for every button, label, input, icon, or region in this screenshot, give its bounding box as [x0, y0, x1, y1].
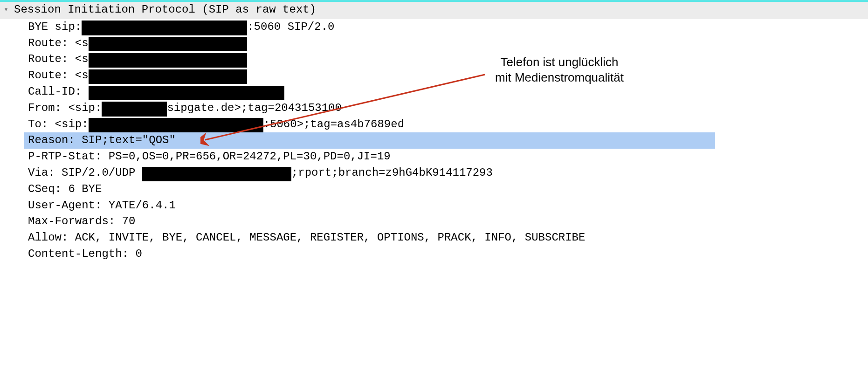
- sip-text-after: :5060 SIP/2.0: [247, 21, 334, 33]
- sip-reason-text: Reason: SIP;text="QOS": [28, 134, 176, 146]
- redacted-block: [142, 167, 291, 181]
- sip-text: User-Agent: YATE/6.4.1: [28, 199, 176, 212]
- sip-text: Content-Length: 0: [28, 248, 142, 260]
- sip-text-before: Via: SIP/2.0/UDP: [28, 166, 142, 179]
- redacted-block: [89, 86, 284, 100]
- annotation-line2: mit Medienstromqualität: [485, 70, 634, 85]
- sip-line-to[interactable]: To: <sip::5060>;tag=as4b7689ed: [28, 117, 868, 133]
- sip-line-bye[interactable]: BYE sip::5060 SIP/2.0: [28, 19, 868, 35]
- sip-text: P-RTP-Stat: PS=0,OS=0,PR=656,OR=24272,PL…: [28, 150, 391, 163]
- redacted-block: [89, 53, 247, 68]
- sip-line-route[interactable]: Route: <s: [28, 68, 868, 84]
- sip-text: Max-Forwards: 70: [28, 215, 135, 227]
- sip-text-before: BYE sip:: [28, 21, 82, 33]
- sip-text: CSeq: 6 BYE: [28, 183, 102, 195]
- sip-text-before: From: <sip:: [28, 102, 102, 114]
- sip-raw-text-body: BYE sip::5060 SIP/2.0 Route: <s Route: <…: [0, 19, 868, 262]
- sip-line-route[interactable]: Route: <s: [28, 51, 868, 68]
- protocol-header-text: Session Initiation Protocol (SIP as raw …: [14, 2, 316, 18]
- sip-line-maxforwards[interactable]: Max-Forwards: 70: [28, 213, 868, 230]
- sip-text-before: Route: <s: [28, 53, 89, 65]
- redacted-block: [82, 21, 247, 35]
- sip-line-useragent[interactable]: User-Agent: YATE/6.4.1: [28, 198, 868, 214]
- sip-text-before: Call-ID:: [28, 85, 89, 98]
- sip-text-before: Route: <s: [28, 69, 89, 82]
- annotation-line1: Telefon ist unglücklich: [501, 55, 619, 69]
- redacted-block: [89, 69, 247, 84]
- annotation-comment: Telefon ist unglücklich mit Medienstromq…: [485, 55, 634, 85]
- sip-line-reason-highlighted[interactable]: Reason: SIP;text="QOS": [24, 132, 715, 149]
- sip-text-before: To: <sip:: [28, 118, 89, 131]
- sip-text-before: Route: <s: [28, 37, 89, 49]
- sip-line-allow[interactable]: Allow: ACK, INVITE, BYE, CANCEL, MESSAGE…: [28, 230, 868, 246]
- sip-line-prtp[interactable]: P-RTP-Stat: PS=0,OS=0,PR=656,OR=24272,PL…: [28, 149, 868, 165]
- sip-text: Allow: ACK, INVITE, BYE, CANCEL, MESSAGE…: [28, 231, 585, 244]
- redacted-block: [89, 118, 263, 132]
- protocol-tree-header[interactable]: ▾ Session Initiation Protocol (SIP as ra…: [0, 2, 868, 19]
- redacted-block: [102, 102, 167, 116]
- sip-text-after: sipgate.de>;tag=2043153100: [167, 102, 341, 114]
- sip-text-after: ;rport;branch=z9hG4bK914117293: [291, 166, 493, 179]
- sip-line-contentlength[interactable]: Content-Length: 0: [28, 246, 868, 262]
- sip-line-from[interactable]: From: <sip:sipgate.de>;tag=2043153100: [28, 100, 868, 117]
- sip-line-cseq[interactable]: CSeq: 6 BYE: [28, 181, 868, 198]
- sip-line-callid[interactable]: Call-ID:: [28, 84, 868, 100]
- sip-line-route[interactable]: Route: <s: [28, 35, 868, 52]
- sip-line-via[interactable]: Via: SIP/2.0/UDP ;rport;branch=z9hG4bK91…: [28, 165, 868, 181]
- chevron-down-icon[interactable]: ▾: [2, 5, 10, 15]
- redacted-block: [89, 37, 247, 51]
- sip-text-after: :5060>;tag=as4b7689ed: [263, 118, 404, 131]
